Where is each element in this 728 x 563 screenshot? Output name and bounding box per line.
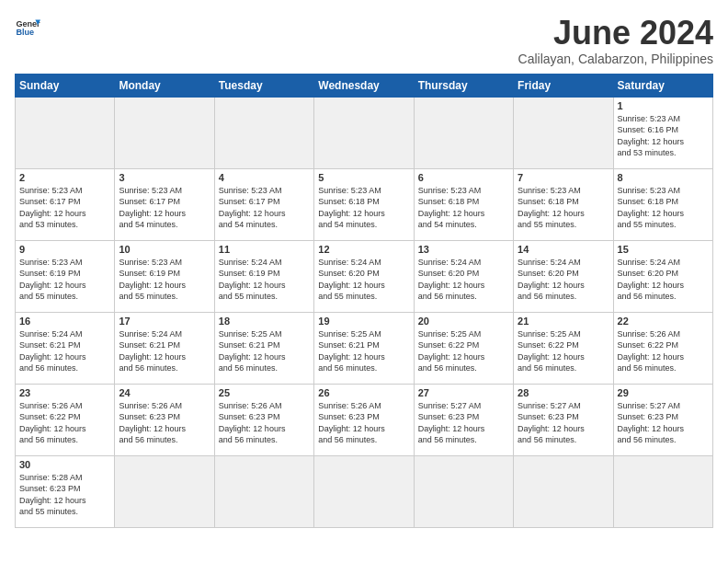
day-info: Sunrise: 5:25 AM Sunset: 6:21 PM Dayligh…	[318, 328, 409, 374]
calendar-cell: 12Sunrise: 5:24 AM Sunset: 6:20 PM Dayli…	[314, 240, 414, 312]
day-number: 22	[618, 316, 709, 327]
calendar-cell: 26Sunrise: 5:26 AM Sunset: 6:23 PM Dayli…	[314, 384, 414, 455]
day-number: 29	[618, 387, 709, 398]
calendar-cell	[414, 455, 513, 527]
day-info: Sunrise: 5:26 AM Sunset: 6:22 PM Dayligh…	[618, 328, 709, 374]
svg-text:Blue: Blue	[16, 28, 34, 37]
calendar-body: 1Sunrise: 5:23 AM Sunset: 6:16 PM Daylig…	[16, 97, 713, 527]
calendar-cell: 5Sunrise: 5:23 AM Sunset: 6:18 PM Daylig…	[314, 168, 414, 240]
calendar-cell: 3Sunrise: 5:23 AM Sunset: 6:17 PM Daylig…	[115, 168, 214, 240]
weekday-header-friday: Friday	[514, 74, 613, 97]
day-info: Sunrise: 5:26 AM Sunset: 6:22 PM Dayligh…	[19, 400, 110, 446]
calendar-cell: 20Sunrise: 5:25 AM Sunset: 6:22 PM Dayli…	[414, 312, 513, 384]
calendar-cell: 17Sunrise: 5:24 AM Sunset: 6:21 PM Dayli…	[115, 312, 214, 384]
logo: General Blue	[15, 15, 40, 40]
day-info: Sunrise: 5:24 AM Sunset: 6:20 PM Dayligh…	[518, 257, 609, 303]
calendar-cell: 16Sunrise: 5:24 AM Sunset: 6:21 PM Dayli…	[16, 312, 115, 384]
day-number: 19	[318, 316, 409, 327]
day-info: Sunrise: 5:23 AM Sunset: 6:17 PM Dayligh…	[19, 185, 110, 231]
calendar-table: SundayMondayTuesdayWednesdayThursdayFrid…	[15, 74, 713, 528]
weekday-header-monday: Monday	[115, 74, 214, 97]
weekday-header-saturday: Saturday	[613, 74, 712, 97]
calendar-cell: 29Sunrise: 5:27 AM Sunset: 6:23 PM Dayli…	[613, 384, 712, 455]
day-number: 13	[418, 244, 509, 255]
day-number: 20	[418, 316, 509, 327]
generalblue-logo-icon: General Blue	[15, 15, 40, 40]
day-number: 12	[318, 244, 409, 255]
day-number: 16	[19, 316, 110, 327]
day-number: 24	[119, 387, 210, 398]
day-info: Sunrise: 5:27 AM Sunset: 6:23 PM Dayligh…	[418, 400, 509, 446]
calendar-week-3: 16Sunrise: 5:24 AM Sunset: 6:21 PM Dayli…	[16, 312, 713, 384]
day-number: 9	[19, 244, 110, 255]
day-number: 26	[318, 387, 409, 398]
calendar-cell: 22Sunrise: 5:26 AM Sunset: 6:22 PM Dayli…	[613, 312, 712, 384]
calendar-cell: 27Sunrise: 5:27 AM Sunset: 6:23 PM Dayli…	[414, 384, 513, 455]
weekday-header-row: SundayMondayTuesdayWednesdayThursdayFrid…	[16, 74, 713, 97]
day-number: 21	[518, 316, 609, 327]
weekday-header-wednesday: Wednesday	[314, 74, 414, 97]
calendar-cell	[214, 97, 313, 168]
calendar-cell: 13Sunrise: 5:24 AM Sunset: 6:20 PM Dayli…	[414, 240, 513, 312]
day-info: Sunrise: 5:23 AM Sunset: 6:19 PM Dayligh…	[119, 257, 210, 303]
day-number: 28	[518, 387, 609, 398]
calendar-cell	[314, 97, 414, 168]
day-number: 8	[618, 172, 709, 183]
calendar-cell: 28Sunrise: 5:27 AM Sunset: 6:23 PM Dayli…	[514, 384, 613, 455]
day-number: 17	[119, 316, 210, 327]
weekday-header-sunday: Sunday	[16, 74, 115, 97]
calendar-cell	[613, 455, 712, 527]
calendar-cell: 25Sunrise: 5:26 AM Sunset: 6:23 PM Dayli…	[214, 384, 313, 455]
day-info: Sunrise: 5:23 AM Sunset: 6:18 PM Dayligh…	[318, 185, 409, 231]
calendar-header: SundayMondayTuesdayWednesdayThursdayFrid…	[16, 74, 713, 97]
calendar-cell: 8Sunrise: 5:23 AM Sunset: 6:18 PM Daylig…	[613, 168, 712, 240]
calendar-cell	[214, 455, 313, 527]
calendar-cell: 24Sunrise: 5:26 AM Sunset: 6:23 PM Dayli…	[115, 384, 214, 455]
calendar-cell: 7Sunrise: 5:23 AM Sunset: 6:18 PM Daylig…	[514, 168, 613, 240]
calendar-cell: 23Sunrise: 5:26 AM Sunset: 6:22 PM Dayli…	[16, 384, 115, 455]
calendar-week-4: 23Sunrise: 5:26 AM Sunset: 6:22 PM Dayli…	[16, 384, 713, 455]
calendar-title: June 2024	[518, 15, 713, 52]
day-info: Sunrise: 5:27 AM Sunset: 6:23 PM Dayligh…	[618, 400, 709, 446]
day-number: 15	[618, 244, 709, 255]
day-number: 11	[219, 244, 310, 255]
day-number: 2	[19, 172, 110, 183]
calendar-cell: 2Sunrise: 5:23 AM Sunset: 6:17 PM Daylig…	[16, 168, 115, 240]
calendar-cell: 15Sunrise: 5:24 AM Sunset: 6:20 PM Dayli…	[613, 240, 712, 312]
weekday-header-tuesday: Tuesday	[214, 74, 313, 97]
day-number: 1	[618, 100, 709, 111]
day-info: Sunrise: 5:26 AM Sunset: 6:23 PM Dayligh…	[318, 400, 409, 446]
calendar-cell	[514, 455, 613, 527]
calendar-week-0: 1Sunrise: 5:23 AM Sunset: 6:16 PM Daylig…	[16, 97, 713, 168]
calendar-cell	[115, 97, 214, 168]
day-info: Sunrise: 5:24 AM Sunset: 6:19 PM Dayligh…	[219, 257, 310, 303]
day-number: 4	[219, 172, 310, 183]
calendar-cell: 1Sunrise: 5:23 AM Sunset: 6:16 PM Daylig…	[613, 97, 712, 168]
calendar-week-2: 9Sunrise: 5:23 AM Sunset: 6:19 PM Daylig…	[16, 240, 713, 312]
calendar-cell: 6Sunrise: 5:23 AM Sunset: 6:18 PM Daylig…	[414, 168, 513, 240]
day-info: Sunrise: 5:23 AM Sunset: 6:18 PM Dayligh…	[618, 185, 709, 231]
day-number: 23	[19, 387, 110, 398]
day-info: Sunrise: 5:23 AM Sunset: 6:19 PM Dayligh…	[19, 257, 110, 303]
day-info: Sunrise: 5:23 AM Sunset: 6:18 PM Dayligh…	[518, 185, 609, 231]
day-number: 10	[119, 244, 210, 255]
day-number: 30	[19, 459, 110, 470]
day-number: 7	[518, 172, 609, 183]
calendar-cell	[115, 455, 214, 527]
calendar-cell: 9Sunrise: 5:23 AM Sunset: 6:19 PM Daylig…	[16, 240, 115, 312]
day-number: 3	[119, 172, 210, 183]
calendar-week-5: 30Sunrise: 5:28 AM Sunset: 6:23 PM Dayli…	[16, 455, 713, 527]
day-info: Sunrise: 5:28 AM Sunset: 6:23 PM Dayligh…	[19, 472, 110, 518]
day-number: 6	[418, 172, 509, 183]
day-info: Sunrise: 5:23 AM Sunset: 6:17 PM Dayligh…	[119, 185, 210, 231]
day-number: 18	[219, 316, 310, 327]
calendar-cell: 10Sunrise: 5:23 AM Sunset: 6:19 PM Dayli…	[115, 240, 214, 312]
day-info: Sunrise: 5:24 AM Sunset: 6:21 PM Dayligh…	[19, 328, 110, 374]
day-info: Sunrise: 5:24 AM Sunset: 6:20 PM Dayligh…	[418, 257, 509, 303]
day-info: Sunrise: 5:23 AM Sunset: 6:18 PM Dayligh…	[418, 185, 509, 231]
day-info: Sunrise: 5:25 AM Sunset: 6:22 PM Dayligh…	[418, 328, 509, 374]
day-info: Sunrise: 5:26 AM Sunset: 6:23 PM Dayligh…	[219, 400, 310, 446]
page-header: General Blue June 2024 Calilayan, Calaba…	[15, 15, 713, 66]
day-info: Sunrise: 5:23 AM Sunset: 6:17 PM Dayligh…	[219, 185, 310, 231]
day-number: 25	[219, 387, 310, 398]
